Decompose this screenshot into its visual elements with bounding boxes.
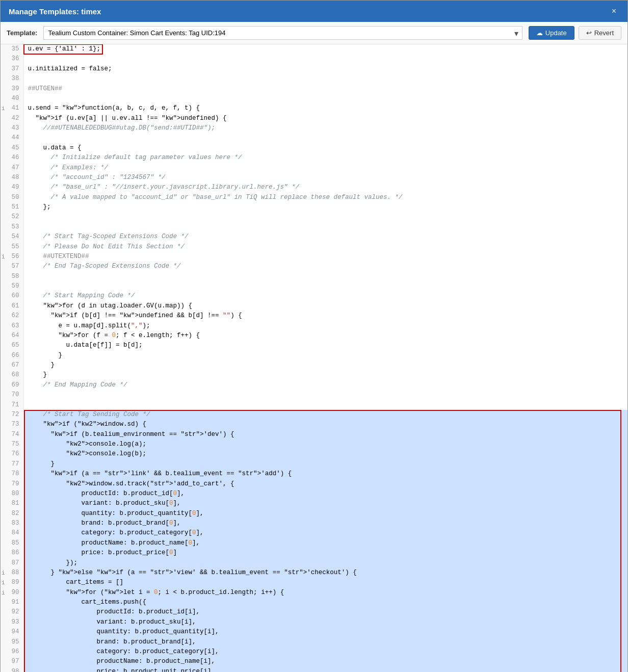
table-row: 37u.initialized = false; (1, 64, 627, 74)
line-code (23, 54, 627, 64)
code-editor[interactable]: 35u.ev = {'all' : 1};3637u.initialized =… (1, 44, 627, 672)
line-code: }); (23, 558, 627, 568)
line-code: /* Start Tag-Scoped Extensions Code */ (23, 232, 627, 242)
line-number: 97 (1, 657, 23, 666)
table-row: 92 productId: b.product_id[i], (1, 607, 627, 617)
table-row: 57 /* End Tag-Scoped Extensions Code */ (1, 262, 627, 271)
line-number: 46 (1, 153, 23, 163)
line-code: } (23, 459, 627, 469)
line-code: u.initialized = false; (23, 64, 627, 74)
table-row: 85 productName: b.product_name[0], (1, 538, 627, 548)
line-code: "kw2">console.log(a); (23, 440, 627, 449)
line-code: u.send = "kw">function(a, b, c, d, e, f,… (23, 104, 627, 113)
table-row: 60 /* Start Mapping Code */ (1, 291, 627, 301)
line-number: 52 (1, 212, 23, 222)
line-code: price: b.product_price[0] (23, 548, 627, 558)
line-code: "kw">for (f = 0; f < e.length; f++) { (23, 331, 627, 341)
modal-title: Manage Templates: timex (9, 7, 101, 16)
table-row: 53 (1, 222, 627, 232)
info-icon: i (2, 253, 5, 262)
line-code: /* Please Do Not Edit This Section */ (23, 242, 627, 252)
line-number: 85 (1, 538, 23, 548)
line-code (23, 390, 627, 400)
line-number: 75 (1, 440, 23, 449)
line-code: "kw">for ("kw">let i = 0; i < b.product_… (23, 588, 627, 598)
line-number: 80 (1, 489, 23, 499)
line-code: } (23, 351, 627, 360)
table-row: i90 "kw">for ("kw">let i = 0; i < b.prod… (1, 588, 627, 598)
line-number: i89 (1, 578, 23, 587)
line-code: /* Start Tag Sending Code */ (23, 410, 627, 420)
line-number: 70 (1, 390, 23, 400)
revert-button[interactable]: ↩ Revert (579, 26, 621, 40)
line-code: //##UTENABLEDEDBUG##utag.DB("send:##UTID… (23, 123, 627, 133)
line-code: "kw">if ("kw2">window.sd) { (23, 420, 627, 429)
line-number: 84 (1, 528, 23, 538)
revert-icon: ↩ (586, 29, 592, 37)
table-row: 44 (1, 133, 627, 143)
line-number: 48 (1, 173, 23, 183)
table-row: 81 variant: b.product_sku[0], (1, 499, 627, 508)
line-code: quantity: b.product_quantity[0], (23, 509, 627, 519)
table-row: 45 u.data = { (1, 143, 627, 153)
table-row: 58 (1, 272, 627, 281)
line-code: ##UTEXTEND## (23, 252, 627, 262)
line-number: 60 (1, 291, 23, 301)
line-code: category: b.product_category[i], (23, 647, 627, 657)
table-row: i89 cart_items = [] (1, 578, 627, 587)
line-number: 47 (1, 163, 23, 173)
table-row: 82 quantity: b.product_quantity[0], (1, 509, 627, 519)
line-number: 44 (1, 133, 23, 143)
line-code: "kw2">console.log(b); (23, 449, 627, 459)
line-number: 95 (1, 637, 23, 647)
table-row: 84 category: b.product_category[0], (1, 528, 627, 538)
line-number: 83 (1, 519, 23, 528)
table-row: 96 category: b.product_category[i], (1, 647, 627, 657)
table-row: 36 (1, 54, 627, 64)
line-code: /* "account_id" : "1234567" */ (23, 173, 627, 183)
line-code: cart_items = [] (23, 578, 627, 587)
line-number: 77 (1, 459, 23, 469)
table-row: 42 "kw">if (u.ev[a] || u.ev.all !== "kw"… (1, 114, 627, 123)
line-number: 36 (1, 54, 23, 64)
line-code: "kw">if (a == "str">'link' && b.tealium_… (23, 469, 627, 479)
line-code (23, 94, 627, 104)
table-row: 70 (1, 390, 627, 400)
table-row: 86 price: b.product_price[0] (1, 548, 627, 558)
line-number: 66 (1, 351, 23, 360)
manage-templates-modal: Manage Templates: timex × Template: Teal… (0, 0, 628, 672)
table-row: 67 } (1, 360, 627, 370)
line-number: 50 (1, 193, 23, 202)
table-row: 49 /* "base_url" : "//insert.your.javasc… (1, 183, 627, 192)
table-row: 78 "kw">if (a == "str">'link' && b.teali… (1, 469, 627, 479)
line-number: 42 (1, 114, 23, 123)
line-code: } (23, 370, 627, 380)
template-select-wrapper: Tealium Custom Container: Simon Cart Eve… (43, 26, 522, 40)
line-code (23, 272, 627, 281)
template-select[interactable]: Tealium Custom Container: Simon Cart Eve… (43, 26, 522, 40)
line-code: u.ev = {'all' : 1}; (24, 44, 103, 54)
table-row: i56 ##UTEXTEND## (1, 252, 627, 262)
line-number: i88 (1, 568, 23, 578)
table-row: 68 } (1, 370, 627, 380)
table-row: 75 "kw2">console.log(a); (1, 440, 627, 449)
line-code: /* "base_url" : "//insert.your.javascrip… (23, 183, 627, 192)
line-code: "kw">if (b[d] !== "kw">undefined && b[d]… (23, 311, 627, 321)
table-row: 38 (1, 74, 627, 84)
table-row: 63 e = u.map[d].split(","); (1, 321, 627, 331)
line-number: 64 (1, 331, 23, 341)
line-code: productName: b.product_name[i], (23, 657, 627, 666)
line-number: 43 (1, 123, 23, 133)
line-number: 55 (1, 242, 23, 252)
line-code: productId: b.product_id[0], (23, 489, 627, 499)
line-code (23, 400, 627, 410)
table-row: 50 /* A value mapped to "account_id" or … (1, 193, 627, 202)
line-number: 71 (1, 400, 23, 410)
line-code: cart_items.push({ (23, 598, 627, 607)
table-row: 62 "kw">if (b[d] !== "kw">undefined && b… (1, 311, 627, 321)
table-row: 47 /* Examples: */ (1, 163, 627, 173)
table-row: 95 brand: b.product_brand[i], (1, 637, 627, 647)
update-button[interactable]: ☁ Update (529, 26, 574, 40)
table-row: 66 } (1, 351, 627, 360)
modal-close-button[interactable]: × (609, 6, 619, 17)
